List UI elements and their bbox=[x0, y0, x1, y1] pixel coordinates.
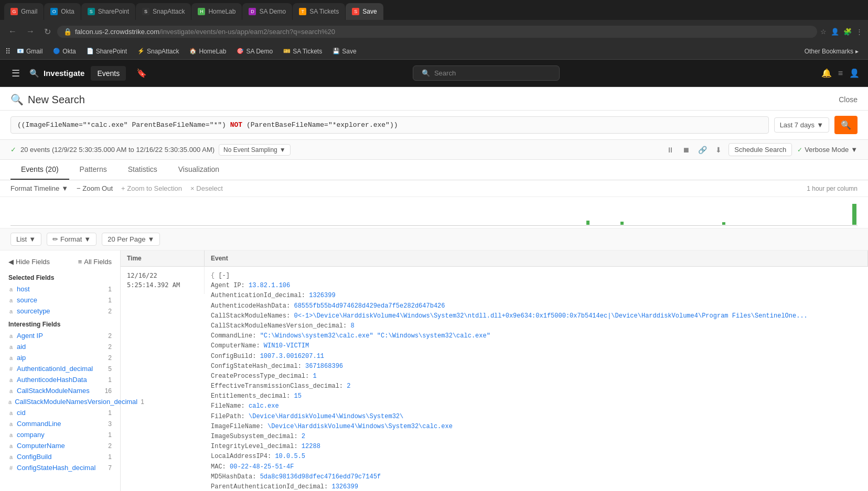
sidebar-field-host[interactable]: a host 1 bbox=[0, 283, 120, 294]
format-timeline-button[interactable]: Format Timeline ▼ bbox=[10, 184, 68, 192]
verbose-mode-button[interactable]: ✓ Verbose Mode ▼ bbox=[797, 146, 858, 154]
sidebar-field-auth-id[interactable]: # AuthenticationId_decimal 5 bbox=[0, 363, 120, 374]
tab-okta[interactable]: O Okta bbox=[44, 3, 80, 20]
address-bar[interactable]: 🔒 falcon.us-2.crowdstrike.com/investigat… bbox=[57, 26, 817, 38]
main-content: ◀ Hide Fields ≡ All Fields Selected Fiel… bbox=[0, 250, 868, 491]
tab-homelab[interactable]: H HomeLab bbox=[191, 3, 242, 20]
sidebar-field-cid[interactable]: a cid 1 bbox=[0, 407, 120, 418]
bookmarks-bar: ⠿ 📧Gmail 🔵Okta 📄SharePoint ⚡SnapAttack 🏠… bbox=[0, 43, 868, 60]
apps-icon[interactable]: ⠿ bbox=[5, 47, 10, 56]
bell-icon[interactable]: 🔔 bbox=[821, 68, 832, 78]
profile-icon[interactable]: 👤 bbox=[831, 28, 839, 36]
share-button[interactable]: 🔗 bbox=[696, 144, 709, 156]
sidebar-field-computername[interactable]: a ComputerName 2 bbox=[0, 440, 120, 451]
zoom-out-button[interactable]: − Zoom Out bbox=[77, 184, 113, 192]
bookmark-star-icon[interactable]: ☆ bbox=[820, 28, 827, 36]
bookmark-sa-demo[interactable]: 🎯SA Demo bbox=[232, 47, 277, 56]
tab-sa-demo[interactable]: D SA Demo bbox=[242, 3, 292, 20]
app-nav: Events bbox=[91, 66, 126, 81]
hamburger-menu[interactable]: ☰ bbox=[8, 64, 23, 82]
export-button[interactable]: ⬇ bbox=[714, 144, 723, 156]
sidebar-field-auth-hash[interactable]: a AuthenticodeHashData 1 bbox=[0, 374, 120, 385]
back-button[interactable]: ← bbox=[5, 25, 20, 38]
forward-button[interactable]: → bbox=[23, 25, 38, 38]
bookmark-sa-tickets[interactable]: 🎫SA Tickets bbox=[279, 47, 326, 56]
tab-sa-tickets-label: SA Tickets bbox=[309, 8, 339, 15]
sidebar-field-company[interactable]: a company 1 bbox=[0, 429, 120, 440]
bookmark-okta[interactable]: 🔵Okta bbox=[49, 47, 80, 56]
bookmark-homelab[interactable]: 🏠HomeLab bbox=[185, 47, 230, 56]
app-content: ☰ 🔍 Investigate Events 🔖 🔍 Search 🔔 ≡ 👤 … bbox=[0, 60, 868, 491]
sidebar-field-aid[interactable]: a aid 2 bbox=[0, 341, 120, 352]
bookmark-snapattack[interactable]: ⚡SnapAttack bbox=[133, 47, 183, 56]
hide-fields-button[interactable]: ◀ Hide Fields bbox=[8, 258, 50, 266]
format-button[interactable]: ✏ Format ▼ bbox=[47, 233, 97, 246]
sidebar-field-agent-ip[interactable]: a Agent IP 2 bbox=[0, 330, 120, 341]
sidebar: ◀ Hide Fields ≡ All Fields Selected Fiel… bbox=[0, 250, 121, 491]
tab-okta-label: Okta bbox=[61, 8, 74, 15]
tab-snapattack[interactable]: S SnapAttack bbox=[136, 3, 191, 20]
sidebar-field-configstate[interactable]: # ConfigStateHash_decimal 7 bbox=[0, 462, 120, 473]
nav-events[interactable]: Events bbox=[91, 66, 126, 81]
schedule-search-button[interactable]: Schedule Search bbox=[728, 143, 792, 156]
sidebar-field-sourcetype[interactable]: a sourcetype 2 bbox=[0, 305, 120, 317]
sidebar-field-callstack-ver[interactable]: a CallStackModuleNamesVersion_decimal 1 bbox=[0, 396, 120, 407]
timeline-chart-inner bbox=[10, 199, 858, 226]
sidebar-field-configbuild[interactable]: a ConfigBuild 1 bbox=[0, 451, 120, 462]
per-page-button[interactable]: 20 Per Page ▼ bbox=[102, 233, 160, 246]
bookmark-sharepoint[interactable]: 📄SharePoint bbox=[82, 47, 131, 56]
field-configbuild: ConfigBuild: 1007.3.0016207.11 bbox=[211, 353, 324, 360]
search-execute-button[interactable]: 🔍 bbox=[834, 116, 858, 134]
field-entitlements: Entitlements_decimal: 15 bbox=[211, 392, 302, 400]
tab-statistics[interactable]: Statistics bbox=[117, 160, 168, 180]
reload-button[interactable]: ↻ bbox=[41, 25, 54, 39]
sidebar-field-callstack[interactable]: a CallStackModuleNames 16 bbox=[0, 385, 120, 396]
menu-icon[interactable]: ⋮ bbox=[856, 28, 863, 36]
sidebar-field-cmdline[interactable]: a CommandLine 3 bbox=[0, 418, 120, 429]
bookmark-other[interactable]: Other Bookmarks ▸ bbox=[800, 47, 863, 56]
field-type-icon: a bbox=[8, 388, 14, 394]
sidebar-field-aip[interactable]: a aip 2 bbox=[0, 352, 120, 363]
search-icon-inner: 🔍 bbox=[422, 69, 430, 77]
time-range-select[interactable]: Last 7 days ▼ bbox=[774, 117, 829, 133]
tab-save[interactable]: S Save bbox=[346, 3, 383, 20]
bookmark-gmail[interactable]: 📧Gmail bbox=[13, 47, 47, 56]
field-callstack-ver: CallStackModuleNamesVersion_decimal: 8 bbox=[211, 322, 355, 330]
list-view-button[interactable]: List ▼ bbox=[10, 233, 41, 246]
field-effectivetrans: EffectiveTransmissionClass_decimal: 2 bbox=[211, 383, 350, 390]
bookmark-save[interactable]: 💾Save bbox=[328, 47, 360, 56]
sidebar-field-source[interactable]: a source 1 bbox=[0, 294, 120, 305]
user-avatar[interactable]: 👤 bbox=[849, 68, 860, 78]
field-agent-ip: Agent IP: 13.82.1.106 bbox=[211, 282, 290, 289]
extension-icon[interactable]: 🧩 bbox=[843, 28, 852, 36]
field-type-icon: a bbox=[8, 454, 14, 460]
field-type-icon: a bbox=[8, 377, 14, 383]
expand-icon[interactable]: [-] bbox=[218, 272, 230, 279]
bookmark-nav-icon[interactable]: 🔖 bbox=[132, 66, 151, 80]
field-localaddress: LocalAddressIP4: 10.0.5.5 bbox=[211, 453, 305, 460]
address-icon: 🔒 bbox=[63, 28, 72, 36]
tab-events[interactable]: Events (20) bbox=[10, 160, 69, 180]
field-configstate: ConfigStateHash_decimal: 3671868396 bbox=[211, 363, 343, 370]
no-event-sampling-button[interactable]: No Event Sampling ▼ bbox=[219, 144, 291, 156]
deselect-button[interactable]: × Deselect bbox=[190, 184, 223, 192]
address-text: falcon.us-2.crowdstrike.com/investigate/… bbox=[75, 28, 811, 36]
tab-sharepoint[interactable]: S SharePoint bbox=[81, 3, 135, 20]
menu-dots-icon[interactable]: ≡ bbox=[838, 69, 843, 78]
close-button[interactable]: Close bbox=[839, 95, 858, 104]
app-search-input[interactable]: 🔍 Search bbox=[413, 66, 560, 81]
verbose-check-icon: ✓ bbox=[797, 146, 802, 154]
tab-visualization[interactable]: Visualization bbox=[168, 160, 230, 180]
chevron-down-icon: ▼ bbox=[817, 121, 823, 129]
zoom-selection-button[interactable]: + Zoom to Selection bbox=[121, 184, 182, 192]
query-input-display[interactable]: ((ImageFileName="*calc.exe" ParentBaseFi… bbox=[10, 116, 769, 134]
pause-button[interactable]: ⏸ bbox=[665, 144, 676, 156]
all-fields-button[interactable]: ≡ All Fields bbox=[78, 258, 112, 266]
tab-gmail[interactable]: G Gmail bbox=[4, 3, 44, 20]
page-content: 🔍 New Search Close ((ImageFileName="*cal… bbox=[0, 87, 868, 491]
interesting-fields-title: Interesting Fields bbox=[0, 317, 120, 330]
tab-sa-tickets[interactable]: T SA Tickets bbox=[293, 3, 345, 20]
page-title: 🔍 New Search bbox=[10, 93, 85, 106]
tab-patterns[interactable]: Patterns bbox=[69, 160, 117, 180]
stop-button[interactable]: ⏹ bbox=[681, 144, 691, 156]
